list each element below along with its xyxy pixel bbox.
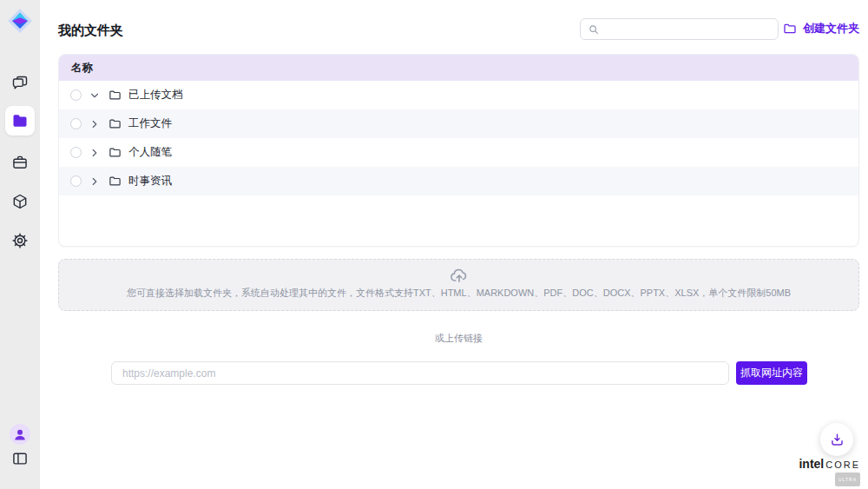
table-row[interactable]: 已上传文档 [59,81,858,109]
row-checkbox[interactable] [70,118,82,129]
row-checkbox[interactable] [70,89,82,101]
panel-icon [11,450,29,467]
intel-wordmark: intel [799,458,824,470]
sidebar-item-settings[interactable] [11,232,29,249]
sidebar-item-chat[interactable] [11,75,29,92]
create-folder-label: 创建文件夹 [803,21,859,36]
create-folder-button[interactable]: 创建文件夹 [783,21,859,36]
core-wordmark: core [825,459,860,471]
search-box[interactable] [580,18,779,40]
folder-table: 名称 已上传文档 工作文件 个人随笔 时事资讯 [58,54,859,247]
folder-icon [108,89,122,102]
folder-icon [11,112,29,129]
user-avatar[interactable] [10,424,30,445]
folder-name: 时事资讯 [128,174,172,188]
app-logo-icon [6,7,34,35]
folder-plus-icon [783,22,797,36]
sidebar-item-workspace[interactable] [11,154,29,171]
table-row[interactable]: 工作文件 [59,109,858,138]
folder-icon [108,117,122,130]
table-header-row: 名称 [59,55,858,81]
gear-icon [11,232,29,249]
chevron-right-icon[interactable] [89,147,101,159]
or-upload-link-label: 或上传链接 [58,332,859,345]
search-icon [588,23,600,36]
download-icon [829,432,845,448]
cloud-upload-icon [450,266,469,285]
folder-name: 个人随笔 [128,145,172,160]
chevron-right-icon[interactable] [89,175,101,188]
folder-icon [108,175,122,188]
folder-name: 工作文件 [128,116,172,131]
sidebar-item-folders[interactable] [5,106,35,135]
page-title: 我的文件夹 [58,23,123,39]
download-fab-button[interactable] [820,423,853,456]
column-header-name: 名称 [71,61,93,76]
cube-icon [11,193,29,210]
sidebar-item-apps[interactable] [11,193,29,210]
chevron-right-icon[interactable] [89,118,101,130]
folder-icon [108,146,122,159]
person-icon [12,426,28,442]
chat-icon [11,75,29,92]
table-row[interactable]: 时事资讯 [59,167,858,195]
chevron-down-icon[interactable] [89,89,101,102]
upload-dropzone[interactable]: 您可直接选择加载文件夹，系统自动处理其中的文件，文件格式支持TXT、HTML、M… [58,259,859,311]
search-input[interactable] [605,23,771,36]
fetch-url-button[interactable]: 抓取网址内容 [736,361,807,385]
row-checkbox[interactable] [70,147,82,158]
table-row[interactable]: 个人随笔 [59,138,858,167]
sidebar-collapse-button[interactable] [11,450,29,467]
sidebar [0,0,40,489]
upload-hint-text: 您可直接选择加载文件夹，系统自动处理其中的文件，文件格式支持TXT、HTML、M… [59,287,858,300]
ultra-badge: ULTRA [835,472,860,486]
url-input[interactable] [111,361,729,385]
row-checkbox[interactable] [70,175,82,187]
folder-name: 已上传文档 [128,88,183,102]
briefcase-icon [11,154,29,171]
intel-core-logo: intel core ULTRA [806,458,860,486]
